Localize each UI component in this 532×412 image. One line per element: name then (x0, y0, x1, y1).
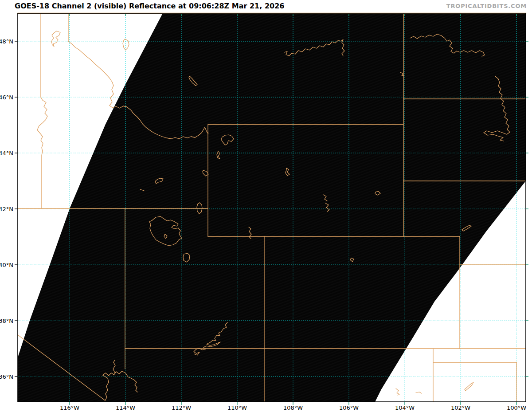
lat-label: 46°N (0, 94, 13, 101)
lon-label: 114°W (116, 404, 135, 411)
satellite-viewer: GOES-18 Channel 2 (visible) Reflectance … (0, 0, 532, 412)
lat-label: 38°N (0, 318, 13, 324)
lat-label: 36°N (0, 373, 13, 380)
lon-label: 116°W (60, 404, 79, 411)
lon-label: 104°W (395, 404, 415, 411)
lon-label: 106°W (339, 404, 359, 411)
lon-label: 112°W (172, 404, 191, 411)
lon-label: 108°W (283, 404, 303, 411)
satellite-map (0, 0, 532, 412)
lon-label: 110°W (227, 404, 247, 411)
lat-label: 40°N (0, 262, 13, 268)
lat-label: 48°N (0, 38, 13, 45)
lat-label: 42°N (0, 206, 13, 212)
lat-label: 44°N (0, 150, 13, 157)
lon-label: 100°W (507, 404, 526, 411)
lon-label: 102°W (451, 404, 470, 411)
